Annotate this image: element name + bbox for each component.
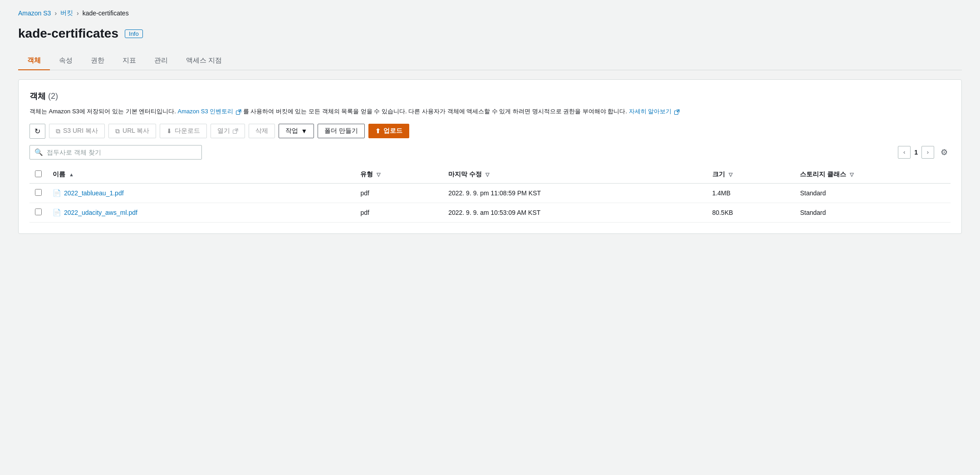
row-name-0: 📄 2022_tablueau_1.pdf	[47, 183, 355, 203]
desc-part2: 를 사용하여 버킷에 있는 모든 객체의 목록을 얻을 수 있습니다. 다른 사…	[243, 108, 627, 115]
select-all-checkbox[interactable]	[35, 170, 42, 177]
s3-uri-label: S3 URI 복사	[63, 127, 98, 135]
breadcrumb-current: kade-certificates	[83, 10, 129, 17]
search-box: 🔍	[29, 145, 202, 160]
row-checkbox-cell-1	[29, 203, 47, 222]
col-header-modified[interactable]: 마지막 수정 ▽	[443, 166, 706, 184]
action-label: 작업	[285, 127, 298, 135]
toolbar: ↻ ⧉ S3 URI 복사 ⧉ URL 복사 ⬇ 다운로드 열기	[29, 124, 951, 139]
section-count: (2)	[48, 92, 58, 101]
select-all-header	[29, 166, 47, 184]
table-row: 📄 2022_tablueau_1.pdf pdf 2022. 9. 9. pm…	[29, 183, 951, 203]
search-input[interactable]	[47, 149, 197, 156]
breadcrumb-sep-2: ›	[77, 10, 79, 17]
row-storage-1: Standard	[794, 203, 951, 222]
row-checkbox-1[interactable]	[35, 208, 42, 215]
tab-metrics[interactable]: 지표	[113, 52, 145, 70]
refresh-button[interactable]: ↻	[29, 124, 45, 139]
sort-icon-name: ▲	[69, 172, 74, 177]
section-description: 객체는 Amazon S3에 저장되어 있는 기본 엔터티입니다. Amazon…	[29, 107, 951, 116]
section-title: 객체	[29, 92, 46, 101]
pagination: ‹ 1 › ⚙	[898, 146, 951, 159]
breadcrumb: Amazon S3 › 버킷 › kade-certificates	[18, 9, 962, 17]
file-icon-1: 📄	[53, 208, 61, 217]
row-type-1: pdf	[355, 203, 443, 222]
objects-table: 이름 ▲ 유형 ▽ 마지막 수정 ▽ 크기 ▽ 스토리지 클래스 ▽	[29, 166, 951, 223]
tab-management[interactable]: 관리	[145, 52, 177, 70]
page-title-row: kade-certificates Info	[18, 26, 962, 41]
open-external-icon	[233, 128, 238, 134]
search-row: 🔍 ‹ 1 › ⚙	[29, 145, 951, 160]
content-card: 객체 (2) 객체는 Amazon S3에 저장되어 있는 기본 엔터티입니다.…	[18, 79, 962, 234]
create-folder-label: 폴더 만들기	[324, 127, 358, 135]
tab-permissions[interactable]: 권한	[82, 52, 113, 70]
external-link-icon2	[674, 109, 680, 115]
copy-icon: ⧉	[56, 127, 60, 135]
search-icon: 🔍	[34, 148, 43, 156]
tab-objects[interactable]: 객체	[18, 52, 50, 70]
desc-part1: 객체는 Amazon S3에 저장되어 있는 기본 엔터티입니다.	[29, 108, 176, 115]
row-name-1: 📄 2022_udacity_aws_ml.pdf	[47, 203, 355, 222]
tabs: 객체 속성 권한 지표 관리 액세스 지점	[18, 52, 962, 70]
file-link-0[interactable]: 📄 2022_tablueau_1.pdf	[53, 189, 349, 197]
row-checkbox-cell-0	[29, 183, 47, 203]
table-settings-button[interactable]: ⚙	[938, 146, 951, 158]
row-storage-0: Standard	[794, 183, 951, 203]
delete-button[interactable]: 삭제	[249, 124, 275, 138]
upload-label: 업로드	[383, 127, 402, 135]
learn-more-link[interactable]: 자세히 알아보기	[629, 108, 680, 115]
next-page-button[interactable]: ›	[921, 146, 934, 159]
tab-access-points[interactable]: 액세스 지점	[177, 52, 231, 70]
tab-properties[interactable]: 속성	[50, 52, 82, 70]
refresh-icon: ↻	[34, 127, 40, 136]
prev-page-button[interactable]: ‹	[898, 146, 911, 159]
download-button[interactable]: ⬇ 다운로드	[160, 124, 207, 138]
url-copy-icon: ⧉	[115, 127, 120, 135]
table-row: 📄 2022_udacity_aws_ml.pdf pdf 2022. 9. 9…	[29, 203, 951, 222]
external-link-icon	[236, 109, 241, 115]
action-chevron-icon: ▼	[301, 127, 307, 135]
file-link-1[interactable]: 📄 2022_udacity_aws_ml.pdf	[53, 208, 349, 217]
col-header-name[interactable]: 이름 ▲	[47, 166, 355, 184]
upload-icon: ⬆	[375, 127, 381, 135]
col-header-size[interactable]: 크기 ▽	[707, 166, 795, 184]
breadcrumb-s3[interactable]: Amazon S3	[18, 10, 51, 17]
sort-icon-storage: ▽	[850, 172, 853, 177]
row-size-0: 1.4MB	[707, 183, 795, 203]
row-modified-0: 2022. 9. 9. pm 11:08:59 PM KST	[443, 183, 706, 203]
sort-icon-type: ▽	[377, 172, 380, 177]
breadcrumb-sep-1: ›	[54, 10, 57, 17]
inventory-link[interactable]: Amazon S3 인벤토리	[178, 108, 243, 115]
upload-button[interactable]: ⬆ 업로드	[368, 124, 409, 138]
action-button[interactable]: 작업 ▼	[279, 124, 314, 138]
info-badge[interactable]: Info	[125, 29, 143, 38]
col-header-storage[interactable]: 스토리지 클래스 ▽	[794, 166, 951, 184]
file-icon-0: 📄	[53, 189, 61, 197]
create-folder-button[interactable]: 폴더 만들기	[318, 124, 365, 138]
col-header-type[interactable]: 유형 ▽	[355, 166, 443, 184]
page-title: kade-certificates	[18, 26, 118, 41]
open-button[interactable]: 열기	[211, 124, 245, 138]
row-size-1: 80.5KB	[707, 203, 795, 222]
page-number: 1	[914, 149, 918, 156]
sort-icon-size: ▽	[729, 172, 732, 177]
row-checkbox-0[interactable]	[35, 189, 42, 196]
url-copy-label: URL 복사	[122, 127, 149, 135]
download-icon: ⬇	[167, 127, 172, 135]
open-label: 열기	[217, 127, 230, 135]
delete-label: 삭제	[255, 127, 268, 135]
row-type-0: pdf	[355, 183, 443, 203]
url-copy-button[interactable]: ⧉ URL 복사	[108, 124, 156, 138]
section-header: 객체 (2)	[29, 91, 951, 102]
breadcrumb-bucket[interactable]: 버킷	[60, 9, 73, 17]
download-label: 다운로드	[175, 127, 200, 135]
sort-icon-modified: ▽	[485, 172, 489, 177]
s3-uri-button[interactable]: ⧉ S3 URI 복사	[49, 124, 105, 138]
row-modified-1: 2022. 9. 9. am 10:53:09 AM KST	[443, 203, 706, 222]
